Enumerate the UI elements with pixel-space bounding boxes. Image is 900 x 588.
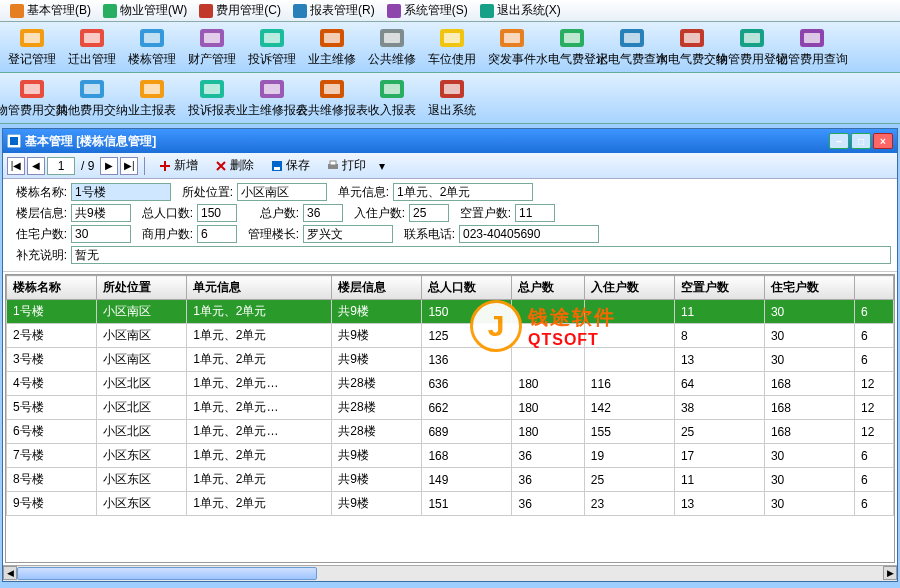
- toolbar-button[interactable]: 水电气费交纳: [662, 24, 722, 70]
- table-cell: 1单元、2单元: [187, 492, 332, 516]
- population-input[interactable]: [197, 204, 237, 222]
- menu-item[interactable]: 系统管理(S): [381, 0, 474, 21]
- toolbar-secondary: 物管费用交纳其他费用交纳业主报表投诉报表业主维修报表公共维修报表收入报表退出系统: [0, 73, 900, 124]
- scroll-right-arrow[interactable]: ▶: [883, 566, 897, 580]
- horizontal-scrollbar[interactable]: ◀ ▶: [3, 565, 897, 581]
- toolbar-button[interactable]: 物管费用查询: [782, 24, 842, 70]
- table-row[interactable]: 5号楼小区北区1单元、2单元…共28楼6621801423816812: [7, 396, 894, 420]
- toolbar-button[interactable]: 业主报表: [122, 75, 182, 121]
- menu-item[interactable]: 基本管理(B): [4, 0, 97, 21]
- notes-input[interactable]: [71, 246, 891, 264]
- print-button[interactable]: 打印: [319, 154, 373, 177]
- phone-input[interactable]: [459, 225, 599, 243]
- column-header[interactable]: 空置户数: [674, 276, 764, 300]
- toolbar-button[interactable]: 水电气费查询: [602, 24, 662, 70]
- toolbar-button[interactable]: 其他费用交纳: [62, 75, 122, 121]
- column-header[interactable]: 总人口数: [422, 276, 512, 300]
- menu-item[interactable]: 物业管理(W): [97, 0, 193, 21]
- window-title: 基本管理 [楼栋信息管理]: [25, 133, 156, 150]
- building-name-input[interactable]: [71, 183, 171, 201]
- nav-first-button[interactable]: |◀: [7, 157, 25, 175]
- close-button[interactable]: ×: [873, 133, 893, 149]
- save-button[interactable]: 保存: [263, 154, 317, 177]
- add-button[interactable]: 新增: [151, 154, 205, 177]
- unit-info-input[interactable]: [393, 183, 533, 201]
- toolbar-button[interactable]: 公共维修: [362, 24, 422, 70]
- toolbar-button[interactable]: 物管费用交纳: [2, 75, 62, 121]
- table-row[interactable]: 3号楼小区南区1单元、2单元共9楼13613306: [7, 348, 894, 372]
- tool-icon: [378, 27, 406, 49]
- svg-rect-15: [264, 33, 280, 43]
- delete-button[interactable]: 删除: [207, 154, 261, 177]
- maximize-button[interactable]: □: [851, 133, 871, 149]
- column-header[interactable]: 入住户数: [584, 276, 674, 300]
- column-header[interactable]: 所处位置: [97, 276, 187, 300]
- toolbar-label: 迁出管理: [68, 51, 116, 68]
- svg-rect-4: [387, 4, 401, 18]
- toolbar-button[interactable]: 退出系统: [422, 75, 482, 121]
- residential-input[interactable]: [71, 225, 131, 243]
- toolbar-button[interactable]: 业主维修报表: [242, 75, 302, 121]
- toolbar-label: 业主报表: [128, 102, 176, 119]
- toolbar-button[interactable]: 投诉管理: [242, 24, 302, 70]
- toolbar-button[interactable]: 财产管理: [182, 24, 242, 70]
- column-header[interactable]: 总户数: [512, 276, 584, 300]
- manager-input[interactable]: [303, 225, 393, 243]
- toolbar-button[interactable]: 迁出管理: [62, 24, 122, 70]
- location-input[interactable]: [237, 183, 327, 201]
- table-row[interactable]: 7号楼小区东区1单元、2单元共9楼168361917306: [7, 444, 894, 468]
- table-row[interactable]: 8号楼小区东区1单元、2单元共9楼149362511306: [7, 468, 894, 492]
- occupied-input[interactable]: [409, 204, 449, 222]
- toolbar-button[interactable]: 业主维修: [302, 24, 362, 70]
- column-header[interactable]: 单元信息: [187, 276, 332, 300]
- table-cell: 6: [855, 468, 894, 492]
- table-row[interactable]: 6号楼小区北区1单元、2单元…共28楼6891801552516812: [7, 420, 894, 444]
- table-cell: 共9楼: [332, 348, 422, 372]
- nav-next-button[interactable]: ▶: [100, 157, 118, 175]
- vacant-input[interactable]: [515, 204, 555, 222]
- table-cell: 11: [674, 468, 764, 492]
- table-cell: 4号楼: [7, 372, 97, 396]
- column-header[interactable]: 住宅户数: [764, 276, 854, 300]
- table-row[interactable]: 9号楼小区东区1单元、2单元共9楼151362313306: [7, 492, 894, 516]
- minimize-button[interactable]: –: [829, 133, 849, 149]
- tool-icon: [498, 27, 526, 49]
- table-row[interactable]: 4号楼小区北区1单元、2单元…共28楼6361801166416812: [7, 372, 894, 396]
- table-cell: 1单元、2单元…: [187, 372, 332, 396]
- table-cell: 6号楼: [7, 420, 97, 444]
- toolbar-button[interactable]: 水电气费登记: [542, 24, 602, 70]
- total-households-input[interactable]: [303, 204, 343, 222]
- toolbar-button[interactable]: 车位使用: [422, 24, 482, 70]
- scroll-thumb[interactable]: [17, 567, 317, 580]
- svg-rect-2: [199, 4, 213, 18]
- table-cell: 8号楼: [7, 468, 97, 492]
- toolbar-button[interactable]: 楼栋管理: [122, 24, 182, 70]
- toolbar-button[interactable]: 物管费用登记: [722, 24, 782, 70]
- toolbar-button[interactable]: 登记管理: [2, 24, 62, 70]
- table-cell: 1单元、2单元: [187, 444, 332, 468]
- floor-info-input[interactable]: [71, 204, 131, 222]
- toolbar-button[interactable]: 收入报表: [362, 75, 422, 121]
- scroll-left-arrow[interactable]: ◀: [3, 566, 17, 580]
- table-cell: 6: [855, 444, 894, 468]
- column-header[interactable]: 楼层信息: [332, 276, 422, 300]
- column-header[interactable]: [855, 276, 894, 300]
- toolbar-button[interactable]: 公共维修报表: [302, 75, 362, 121]
- table-row[interactable]: 1号楼小区南区1单元、2单元共9楼15011306: [7, 300, 894, 324]
- toolbar-button[interactable]: 突发事件: [482, 24, 542, 70]
- menu-item[interactable]: 报表管理(R): [287, 0, 381, 21]
- dropdown-arrow-icon[interactable]: ▾: [375, 159, 389, 173]
- commercial-input[interactable]: [197, 225, 237, 243]
- column-header[interactable]: 楼栋名称: [7, 276, 97, 300]
- toolbar-button[interactable]: 投诉报表: [182, 75, 242, 121]
- table-cell: 小区东区: [97, 468, 187, 492]
- nav-position-input[interactable]: [47, 157, 75, 175]
- menu-item[interactable]: 费用管理(C): [193, 0, 287, 21]
- tool-icon: [18, 27, 46, 49]
- menu-item[interactable]: 退出系统(X): [474, 0, 567, 21]
- x-icon: [214, 159, 228, 173]
- nav-prev-button[interactable]: ◀: [27, 157, 45, 175]
- data-grid[interactable]: 楼栋名称所处位置单元信息楼层信息总人口数总户数入住户数空置户数住宅户数1号楼小区…: [5, 274, 895, 563]
- table-row[interactable]: 2号楼小区南区1单元、2单元共9楼1258306: [7, 324, 894, 348]
- nav-last-button[interactable]: ▶|: [120, 157, 138, 175]
